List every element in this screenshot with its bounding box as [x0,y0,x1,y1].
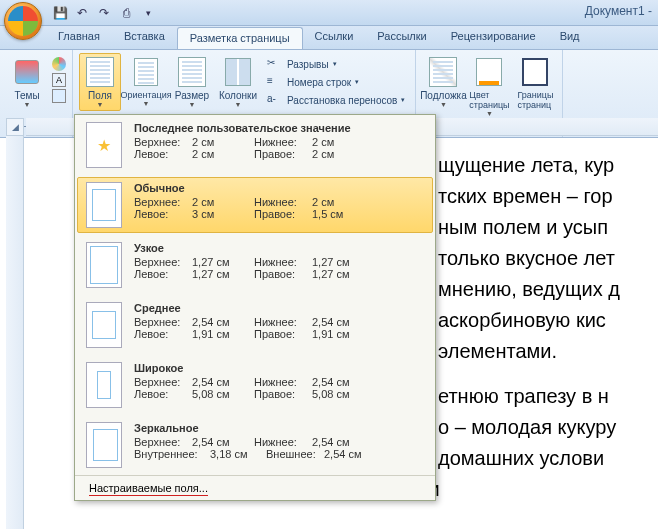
chevron-down-icon: ▼ [235,101,242,108]
window-title: Документ1 - [585,4,652,18]
tab-mailings[interactable]: Рассылки [365,26,438,49]
margins-option-narrow[interactable]: Узкое Верхнее:1,27 смНижнее:1,27 см Лево… [75,235,435,295]
chevron-down-icon: ▼ [189,101,196,108]
themes-label: Темы [14,90,39,101]
page-borders-icon [519,56,551,88]
doc-line: элементами. [438,336,658,367]
margins-option-last-custom[interactable]: Последнее пользовательское значение Верх… [75,115,435,175]
tab-home[interactable]: Главная [46,26,112,49]
orientation-icon [130,56,162,88]
breaks-button[interactable]: ✂Разрывы ▾ [263,55,409,73]
qat-customize-icon[interactable]: ▾ [138,3,158,23]
watermark-label: Подложка [420,90,467,101]
orientation-label: Ориентация [120,90,171,100]
watermark-button[interactable]: Подложка ▼ [422,53,464,111]
doc-line: домашних услови [438,443,658,474]
quick-access-toolbar: 💾 ↶ ↷ ⎙ ▾ [50,3,158,23]
columns-icon [222,56,254,88]
document-content[interactable]: щущение лета, кур тских времен – гор ным… [438,150,658,505]
themes-button[interactable]: Темы ▼ [6,53,48,111]
option-title: Узкое [134,242,424,254]
watermark-icon [427,56,459,88]
doc-line: тских времен – гор [438,181,658,212]
ribbon-tabs: Главная Вставка Разметка страницы Ссылки… [0,26,658,50]
tab-page-layout[interactable]: Разметка страницы [177,27,303,49]
page-color-icon [473,56,505,88]
save-icon[interactable]: 💾 [50,3,70,23]
hyphenation-icon: a- [267,93,283,107]
office-button[interactable] [4,2,42,40]
margins-thumb-icon [86,242,122,288]
tab-view[interactable]: Вид [548,26,592,49]
line-numbers-button[interactable]: ≡Номера строк ▾ [263,73,409,91]
chevron-down-icon: ▼ [143,100,150,107]
margins-custom-button[interactable]: Настраиваемые поля... [75,475,435,500]
line-numbers-icon: ≡ [267,75,283,89]
margins-option-medium[interactable]: Среднее Верхнее:2,54 смНижнее:2,54 см Ле… [75,295,435,355]
option-title: Зеркальное [134,422,424,434]
breaks-label: Разрывы [287,59,329,70]
page-borders-label: Границы страниц [517,90,553,110]
option-title: Последнее пользовательское значение [134,122,424,134]
margins-option-wide[interactable]: Широкое Верхнее:2,54 смНижнее:2,54 см Ле… [75,355,435,415]
page-borders-button[interactable]: Границы страниц [514,53,556,113]
doc-line: только вкусное лет [438,243,658,274]
chevron-down-icon: ▼ [97,101,104,108]
titlebar: 💾 ↶ ↷ ⎙ ▾ Документ1 - [0,0,658,26]
page-color-button[interactable]: Цвет страницы ▼ [468,53,510,120]
margins-option-normal[interactable]: Обычное Верхнее:2 смНижнее:2 см Левое:3 … [77,177,433,233]
themes-icon [11,56,43,88]
size-icon [176,56,208,88]
hyphenation-label: Расстановка переносов [287,95,397,106]
margins-thumb-icon [86,422,122,468]
hyphenation-button[interactable]: a-Расстановка переносов ▾ [263,91,409,109]
columns-label: Колонки [219,90,257,101]
doc-line: аскорбиновую кис [438,305,658,336]
doc-line: щущение лета, кур [438,150,658,181]
doc-line: мнению, ведущих д [438,274,658,305]
theme-fonts-icon[interactable]: A [52,73,66,87]
print-icon[interactable]: ⎙ [116,3,136,23]
option-title: Широкое [134,362,424,374]
doc-line: етнюю трапезу в н [438,381,658,412]
tab-review[interactable]: Рецензирование [439,26,548,49]
margins-icon [84,56,116,88]
margins-label: Поля [88,90,112,101]
margins-thumb-icon [86,302,122,348]
tab-insert[interactable]: Вставка [112,26,177,49]
theme-colors-icon[interactable] [52,57,66,71]
orientation-button[interactable]: Ориентация ▼ [125,53,167,110]
undo-icon[interactable]: ↶ [72,3,92,23]
tab-references[interactable]: Ссылки [303,26,366,49]
size-button[interactable]: Размер ▼ [171,53,213,111]
ruler-corner[interactable]: ◢ [6,118,24,136]
size-label: Размер [175,90,209,101]
doc-gap [438,367,658,381]
option-title: Среднее [134,302,424,314]
breaks-icon: ✂ [267,57,283,71]
page-color-label: Цвет страницы [469,90,509,110]
line-numbers-label: Номера строк [287,77,351,88]
margins-thumb-icon [86,122,122,168]
margins-thumb-icon [86,362,122,408]
margins-option-mirrored[interactable]: Зеркальное Верхнее:2,54 смНижнее:2,54 см… [75,415,435,475]
margins-thumb-icon [86,182,122,228]
chevron-down-icon: ▼ [24,101,31,108]
doc-line: ным полем и усып [438,212,658,243]
option-title: Обычное [134,182,424,194]
redo-icon[interactable]: ↷ [94,3,114,23]
theme-effects-icon[interactable] [52,89,66,103]
doc-line: о – молодая кукуру [438,412,658,443]
margins-button[interactable]: Поля ▼ [79,53,121,111]
margins-dropdown: Последнее пользовательское значение Верх… [74,114,436,501]
chevron-down-icon: ▼ [440,101,447,108]
ruler-vertical[interactable] [6,136,24,529]
chevron-down-icon: ▼ [486,110,493,117]
columns-button[interactable]: Колонки ▼ [217,53,259,111]
margins-custom-label: Настраиваемые поля... [89,482,208,496]
